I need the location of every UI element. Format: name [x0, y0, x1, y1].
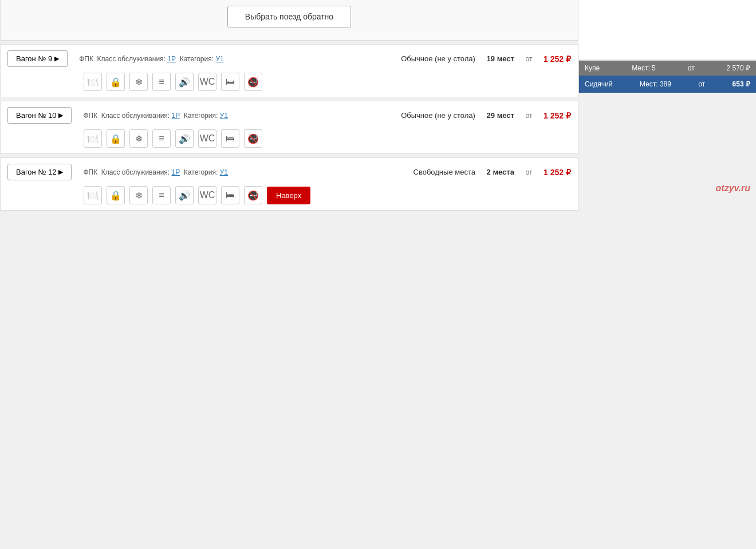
- snowflake-icon: ❄: [129, 73, 148, 91]
- bed-icon: 🛏: [221, 73, 239, 91]
- lines-icon: ≡: [152, 186, 171, 204]
- wc-icon: WC: [198, 129, 216, 148]
- sidebar-header-label: Купе: [585, 64, 600, 72]
- wc-icon: WC: [198, 73, 216, 91]
- audio-icon: 🔊: [175, 129, 194, 148]
- wagon-button-wagon12[interactable]: Вагон № 12 ▶: [7, 164, 72, 180]
- snowflake-icon: ❄: [129, 186, 148, 204]
- wagon-seats-wagon9: Обычное (не у стола) 19 мест от 1 252 ₽: [401, 54, 571, 64]
- seat-count: 29 мест: [487, 111, 514, 120]
- sidebar-header-from: от: [688, 64, 695, 72]
- seat-type: Свободные места: [414, 168, 475, 176]
- sidebar-row-seats: Мест: 389: [640, 80, 671, 88]
- audio-icon: 🔊: [175, 73, 194, 91]
- wagon-info-wagon9: ФПК Класс обслуживания: 1Р Категория: У1: [79, 55, 389, 63]
- amenities-wagon9: 🍽️🔒❄≡🔊WC🛏🚭: [1, 73, 578, 97]
- lock-icon: 🔒: [107, 73, 125, 91]
- wagon-card-wagon9: Вагон № 9 ▶ФПК Класс обслуживания: 1Р Ка…: [0, 44, 578, 97]
- bed-icon: 🛏: [221, 129, 239, 148]
- wagons-container: Вагон № 2 ▶ФПК Класс обслуживания: 1Р Ка…: [0, 0, 578, 211]
- lines-icon: ≡: [152, 129, 171, 148]
- sidebar-row-label: Сидячий: [585, 80, 613, 88]
- seat-type: Обычное (не у стола): [401, 111, 475, 120]
- wagon-seats-wagon12: Свободные места 2 места от 1 252 ₽: [414, 168, 572, 177]
- wagon-button-wagon9[interactable]: Вагон № 9 ▶: [7, 50, 68, 67]
- wagon-button-wagon10[interactable]: Вагон № 10 ▶: [7, 107, 72, 124]
- sidebar-row-from: от: [698, 80, 705, 88]
- seat-map-container: 4113691215182124273033363942247101316192…: [1, 0, 578, 40]
- wc-icon: WC: [198, 186, 216, 204]
- wagon-header-wagon10: Вагон № 10 ▶ФПК Класс обслуживания: 1Р К…: [1, 101, 578, 129]
- lock-icon: 🔒: [107, 186, 125, 204]
- wagon-card-wagon6: Вагон № 6 ▶ФПК Класс обслуживания: 1Р Ка…: [0, 0, 578, 41]
- choose-return-button[interactable]: Выбрать поезд обратно: [227, 6, 351, 27]
- amenities-wagon12: 🍽️🔒❄≡🔊WC🛏🚭Наверх: [1, 186, 578, 210]
- wagon-info-wagon12: ФПК Класс обслуживания: 1Р Категория: У1: [83, 168, 401, 176]
- wagon-info-wagon10: ФПК Класс обслуживания: 1Р Категория: У1: [83, 112, 389, 120]
- wagon-card-wagon10: Вагон № 10 ▶ФПК Класс обслуживания: 1Р К…: [0, 101, 578, 154]
- food-icon: 🍽️: [84, 73, 102, 91]
- seat-count: 19 мест: [487, 54, 514, 63]
- audio-icon: 🔊: [175, 186, 194, 204]
- nosmoking-icon: 🚭: [244, 186, 262, 204]
- bed-icon: 🛏: [221, 186, 239, 204]
- seat-type: Обычное (не у стола): [401, 54, 475, 63]
- snowflake-icon: ❄: [129, 129, 148, 148]
- lines-icon: ≡: [152, 73, 171, 91]
- wagon-card-wagon12: Вагон № 12 ▶ФПК Класс обслуживания: 1Р К…: [0, 157, 578, 211]
- amenities-wagon10: 🍽️🔒❄≡🔊WC🛏🚭: [1, 129, 578, 153]
- nosmoking-icon: 🚭: [244, 73, 262, 91]
- sidebar-header: Купе Мест: 5 от 2 570 ₽: [579, 61, 756, 76]
- wagon-header-wagon9: Вагон № 9 ▶ФПК Класс обслуживания: 1Р Ка…: [1, 45, 578, 73]
- sidebar-row-sidyachy[interactable]: Сидячий Мест: 389 от 653 ₽: [579, 76, 756, 93]
- food-icon: 🍽️: [84, 186, 102, 204]
- food-icon: 🍽️: [84, 129, 102, 148]
- sidebar-row-price: 653 ₽: [733, 80, 750, 88]
- wagon-seats-wagon10: Обычное (не у стола) 29 мест от 1 252 ₽: [401, 111, 571, 120]
- watermark: otzyv.ru: [716, 183, 750, 193]
- back-to-top-button[interactable]: Наверх: [267, 187, 310, 204]
- wagon-header-wagon12: Вагон № 12 ▶ФПК Класс обслуживания: 1Р К…: [1, 158, 578, 186]
- sidebar: Купе Мест: 5 от 2 570 ₽ Сидячий Мест: 38…: [578, 61, 756, 93]
- sidebar-header-price: 2 570 ₽: [727, 64, 750, 72]
- lock-icon: 🔒: [107, 129, 125, 148]
- seat-count: 2 места: [487, 168, 514, 176]
- sidebar-header-seats: Мест: 5: [632, 64, 656, 72]
- nosmoking-icon: 🚭: [244, 129, 262, 148]
